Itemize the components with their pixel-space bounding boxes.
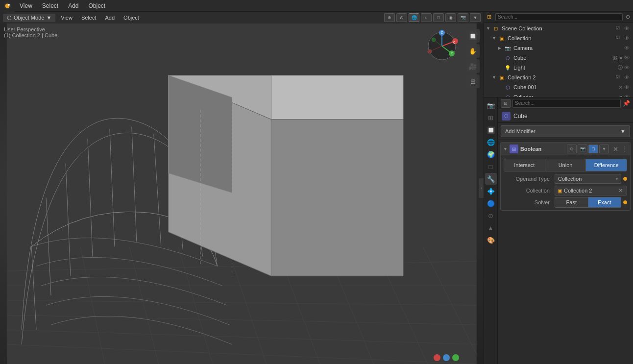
properties-search[interactable]	[512, 99, 621, 108]
viewport-header-icons: ⊕ ⊙ 🌐 ○ □ ◉ 📷 ▼	[384, 13, 481, 22]
prop-render-icon[interactable]: 📷	[485, 99, 497, 111]
tree-eye-cube[interactable]: 👁	[623, 55, 631, 61]
right-panel: ⊞ ⊙ ▼ ⊡ Scene Collection ☑ 👁 ▼ ▣ Collect…	[484, 12, 633, 364]
tree-eye-collection2[interactable]: 👁	[623, 74, 631, 80]
viewport-collapse-handle[interactable]: ‹	[479, 178, 484, 198]
viewport-icon-shading[interactable]: 🌐	[409, 13, 419, 22]
op-intersect-button[interactable]: Intersect	[504, 159, 545, 171]
tree-checkbox[interactable]: ☑	[616, 25, 622, 31]
tree-item-cube001[interactable]: ▶ ⬡ Cube.001 ✕ 👁	[484, 82, 633, 92]
prop-constraints-icon[interactable]: ⊙	[485, 210, 497, 221]
properties-panel-header: ⊡ 📌	[498, 97, 633, 109]
tool-grid[interactable]: ⊞	[466, 74, 480, 88]
operand-type-dot[interactable]	[623, 177, 627, 181]
object-mode-button[interactable]: ⬡ Object Mode ▼	[3, 14, 55, 22]
modifier-ctrl-edit[interactable]: □	[588, 145, 598, 153]
tree-label-camera: Camera	[513, 45, 623, 51]
viewport-icon-modes3[interactable]: ◉	[445, 13, 456, 22]
operation-buttons-row: Intersect Union Difference	[504, 159, 627, 171]
outliner-search[interactable]	[495, 13, 623, 21]
tree-label-scene-collection: Scene Collection	[502, 25, 616, 31]
viewport-icon-modes4[interactable]: 📷	[458, 13, 468, 22]
tree-item-light[interactable]: ▶ 💡 Light ⓘ 👁	[484, 63, 633, 73]
cube-extra-icon: ✕	[619, 55, 623, 61]
solver-buttons: Fast Exact	[555, 197, 621, 208]
tree-item-camera[interactable]: ▶ 📷 Camera 👁	[484, 43, 633, 53]
viewport-icon-gizmo[interactable]: ⊕	[384, 13, 395, 22]
collection-value-box[interactable]: ▣ Collection 2 ✕	[555, 186, 627, 195]
tree-eye-cylinder[interactable]: 👁	[623, 94, 631, 97]
collection-clear-button[interactable]: ✕	[617, 187, 624, 194]
property-type-icons: 📷 ⊞ 🔲 🌐 🌍 □ 🔧 💠 🔵 ⊙ ▲ 🎨	[484, 97, 498, 364]
mode-chevron: ▼	[46, 15, 51, 21]
view-menu[interactable]: View	[57, 14, 76, 22]
tree-item-cylinder[interactable]: ▶ ⬡ Cylinder ✕ 👁	[484, 92, 633, 97]
tool-select[interactable]: 🔲	[466, 29, 480, 43]
props-header-icon[interactable]: ⊡	[501, 99, 511, 108]
mode-label: Object Mode	[14, 15, 44, 21]
prop-physics-icon[interactable]: 🔵	[485, 197, 497, 209]
collection-row: Collection ▣ Collection 2 ✕	[501, 185, 630, 196]
add-modifier-button[interactable]: Add Modifier ▼	[501, 125, 630, 137]
viewport-icon-overlay[interactable]: ⊙	[396, 13, 407, 22]
tool-camera[interactable]: 🎥	[466, 59, 480, 73]
add-menu[interactable]: Add	[102, 14, 119, 22]
viewport-icon-modes[interactable]: ○	[421, 13, 432, 22]
tree-item-collection2[interactable]: ▼ ▣ Collection 2 ☑ 👁	[484, 73, 633, 82]
prop-material-icon[interactable]: 🎨	[485, 234, 497, 246]
modifier-ctrl-down[interactable]: ▼	[599, 145, 609, 153]
menu-object[interactable]: Object	[84, 1, 111, 10]
prop-output-icon[interactable]: ⊞	[485, 112, 497, 123]
object-menu[interactable]: Object	[120, 14, 143, 22]
tree-arrow-cube: ▶	[498, 55, 504, 60]
collection-label: Collection	[504, 188, 553, 194]
tree-eye-collection[interactable]: 👁	[623, 35, 631, 41]
viewport-icon-modes2[interactable]: □	[433, 13, 444, 22]
viewport-scene	[0, 12, 484, 364]
prop-data-icon[interactable]: ▲	[485, 222, 497, 234]
modifier-options-dots[interactable]: ⋮	[622, 146, 628, 152]
menu-add[interactable]: Add	[63, 1, 83, 10]
prop-view-icon[interactable]: 🔲	[485, 124, 497, 136]
tree-checkbox-collection2[interactable]: ☑	[616, 74, 622, 80]
tree-eye[interactable]: 👁	[623, 25, 631, 31]
solver-fast-button[interactable]: Fast	[555, 197, 588, 207]
tree-eye-cube001[interactable]: 👁	[623, 84, 631, 90]
modifier-name-label: Boolean	[520, 146, 565, 152]
properties-panel-container: 📷 ⊞ 🔲 🌐 🌍 □ 🔧 💠 🔵 ⊙ ▲ 🎨 ⊡ 📌	[484, 97, 633, 364]
navigation-gizmo[interactable]: X Y Z	[425, 29, 459, 63]
viewport-color-dots	[434, 354, 459, 361]
viewport[interactable]: ⬡ Object Mode ▼ View Select Add Object ⊕…	[0, 12, 484, 364]
tree-item-cube[interactable]: ▶ ⬡ Cube ⛓ ✕ 👁	[484, 53, 633, 63]
tree-checkbox-collection[interactable]: ☑	[616, 35, 622, 41]
menu-select[interactable]: Select	[37, 1, 63, 10]
solver-dot[interactable]	[623, 200, 627, 204]
tree-eye-camera[interactable]: 👁	[623, 45, 631, 51]
tree-item-collection[interactable]: ▼ ▣ Collection ☑ 👁	[484, 33, 633, 43]
modifier-ctrl-realtime[interactable]: ⊙	[567, 145, 577, 153]
prop-particles-icon[interactable]: 💠	[485, 185, 497, 197]
prop-scene-icon[interactable]: 🌐	[485, 136, 497, 148]
operand-type-dropdown[interactable]: Collection ▼	[555, 174, 621, 184]
tool-move[interactable]: ✋	[466, 44, 480, 58]
modifier-ctrl-render[interactable]: 📷	[578, 145, 587, 153]
solver-exact-button[interactable]: Exact	[588, 197, 621, 207]
modifier-body: Intersect Union Difference Operand Type …	[501, 155, 630, 210]
dot-green	[452, 354, 459, 361]
operand-type-chevron: ▼	[615, 177, 619, 181]
tree-eye-light[interactable]: 👁	[623, 65, 631, 71]
op-difference-button[interactable]: Difference	[586, 159, 627, 171]
prop-world-icon[interactable]: 🌍	[485, 148, 497, 160]
cube-icon: ⬡	[504, 54, 511, 62]
prop-modifier-icon[interactable]: 🔧	[485, 173, 497, 185]
modifier-expand-arrow[interactable]: ▼	[503, 146, 508, 151]
modifier-close-button[interactable]: ✕	[611, 145, 620, 153]
prop-object-icon[interactable]: □	[485, 161, 497, 172]
tree-item-scene-collection[interactable]: ▼ ⊡ Scene Collection ☑ 👁	[484, 24, 633, 33]
props-pin-icon[interactable]: 📌	[623, 100, 630, 107]
select-menu[interactable]: Select	[78, 14, 100, 22]
menu-view[interactable]: View	[15, 1, 37, 10]
outliner-filter-icon[interactable]: ⊙	[626, 14, 630, 20]
op-union-button[interactable]: Union	[545, 159, 586, 171]
viewport-icon-modes5[interactable]: ▼	[470, 13, 481, 22]
